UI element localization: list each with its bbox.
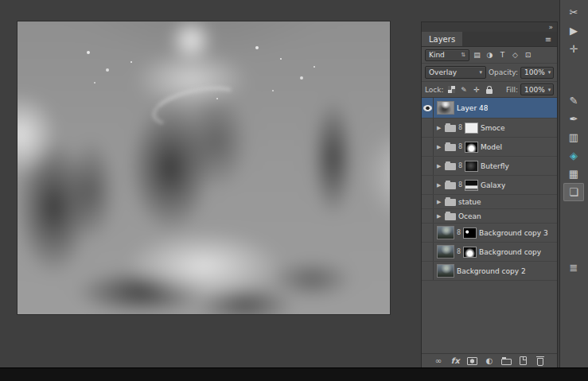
new-group-icon[interactable] [501,356,512,367]
visibility-toggle[interactable] [422,98,434,118]
layer-row-statue[interactable]: ▶statue [422,195,557,209]
opacity-value: 100% [524,68,545,76]
panel-bottom-bar: ∞fx◐ [422,353,557,367]
new-layer-icon[interactable] [518,356,528,367]
scissors-icon[interactable]: ✂ [563,3,584,21]
updown-arrows-icon: ⇅ [458,52,465,58]
sliders-icon[interactable]: ≣ [563,259,584,277]
type-filter-icon[interactable]: T [496,49,508,61]
layer-thumbnail[interactable] [437,245,454,259]
layer-row-model[interactable]: ▶8Model [422,138,557,157]
layer-row-background-copy-3[interactable]: 8Background copy 3 [422,224,557,243]
mask-link-icon: 8 [458,163,462,169]
visibility-toggle[interactable] [422,262,434,280]
lock-all-icon [486,89,493,94]
layer-row-ocean[interactable]: ▶Ocean [422,209,557,224]
shape-filter-icon[interactable]: ◇ [509,49,521,61]
layer-name[interactable]: Layer 48 [457,104,488,112]
adjustment-filter-icon[interactable]: ◑ [484,49,496,61]
filter-kind-dropdown[interactable]: Kind ⇅ [425,49,469,61]
adjustment-layer-icon[interactable]: ◐ [485,356,495,367]
mask-thumbnail[interactable] [463,227,477,239]
expand-triangle-icon[interactable]: ▶ [437,199,442,205]
expand-triangle-icon[interactable]: ▶ [437,213,442,220]
delete-layer-icon[interactable] [535,356,546,367]
window-bottom-bar [0,367,588,381]
mask-link-icon: 8 [458,182,462,189]
layer-row-smoce[interactable]: ▶8Smoce [422,119,557,138]
new-group-icon [501,359,512,365]
expand-triangle-icon[interactable]: ▶ [437,144,442,150]
document-canvas[interactable] [18,21,390,314]
visibility-toggle[interactable] [422,176,434,194]
layer-row-background-copy-2[interactable]: Background copy 2 [422,262,557,281]
cube-icon[interactable]: ◈ [563,146,584,165]
expand-triangle-icon[interactable]: ▶ [437,163,442,169]
layers-icon[interactable]: ❏ [563,183,584,201]
layer-name[interactable]: statue [458,198,481,206]
layer-styles-icon[interactable]: fx [450,356,461,367]
group-folder-icon [445,199,456,206]
smart-object-filter-icon[interactable]: ⊡ [522,49,534,61]
blend-mode-dropdown[interactable]: Overlay ▾ [425,66,486,79]
grid-icon[interactable]: ▦ [563,165,584,183]
group-folder-icon [445,182,456,189]
add-mask-icon[interactable] [467,356,477,367]
mask-thumbnail[interactable] [465,161,478,172]
collapse-panels-icon[interactable]: » [548,24,553,31]
tab-layers[interactable]: Layers [422,32,462,46]
cross-icon[interactable]: ✛ [563,40,584,58]
panel-menu-icon[interactable]: ≡ [539,32,557,46]
mask-thumbnail[interactable] [465,142,478,153]
play-icon[interactable]: ▶ [563,21,584,40]
expand-triangle-icon[interactable]: ▶ [437,125,442,131]
pen-icon[interactable]: ✒ [563,110,584,128]
layer-row-layer-48[interactable]: Layer 48 [422,98,557,119]
filter-kind-label: Kind [429,51,445,59]
layer-row-buterfly[interactable]: ▶8Buterfly [422,157,557,176]
fx-label: fx [451,356,460,365]
panel-dock-strip: ✂▶✛✎✒▥◈▦❏≣ [559,0,588,367]
lock-all-icon[interactable] [485,84,495,95]
layer-list: Layer 48▶8Smoce▶8Model▶8Buterfly▶8Galaxy… [422,98,557,353]
lock-label: Lock: [425,86,444,94]
mask-thumbnail[interactable] [465,180,478,191]
layer-name[interactable]: Buterfly [481,162,509,170]
layers-panel: » Layers ≡ Kind ⇅ ▤◑T◇⊡ Overlay ▾ Opacit… [422,22,557,367]
tabbar-fill [462,32,539,46]
layer-row-galaxy[interactable]: ▶8Galaxy [422,176,557,195]
layer-name[interactable]: Ocean [458,212,481,220]
visibility-toggle[interactable] [422,157,434,175]
visibility-toggle[interactable] [422,224,434,242]
opacity-label: Opacity: [489,68,518,76]
layer-thumbnail[interactable] [437,101,454,115]
chart-icon[interactable]: ▥ [563,128,584,146]
new-layer-icon [520,356,527,365]
mask-thumbnail[interactable] [465,122,478,134]
link-layers-icon[interactable]: ∞ [433,356,443,367]
visibility-toggle[interactable] [422,119,434,137]
mask-thumbnail[interactable] [463,247,477,258]
opacity-dropdown[interactable]: 100% ▾ [520,67,554,79]
visibility-toggle[interactable] [422,209,434,223]
layer-thumbnail[interactable] [437,226,454,239]
lock-transparency-icon[interactable] [446,84,457,95]
layer-name[interactable]: Background copy [479,248,541,256]
brush-icon[interactable]: ✎ [563,91,584,110]
chevron-down-icon: ▾ [545,87,551,93]
fill-dropdown[interactable]: 100% ▾ [520,84,554,95]
expand-triangle-icon[interactable]: ▶ [437,182,442,189]
visibility-toggle[interactable] [422,138,434,156]
pixel-filter-icon[interactable]: ▤ [471,49,483,61]
layer-name[interactable]: Galaxy [481,181,505,189]
visibility-toggle[interactable] [422,195,434,208]
layer-name[interactable]: Background copy 2 [457,267,526,275]
layer-name[interactable]: Background copy 3 [479,229,548,237]
lock-position-icon[interactable]: ✛ [472,84,482,95]
layer-name[interactable]: Smoce [481,124,504,132]
lock-pixels-icon[interactable]: ✎ [459,84,469,95]
visibility-toggle[interactable] [422,243,434,261]
layer-name[interactable]: Model [481,143,502,151]
layer-thumbnail[interactable] [437,264,454,278]
layer-row-background-copy[interactable]: 8Background copy [422,243,557,262]
